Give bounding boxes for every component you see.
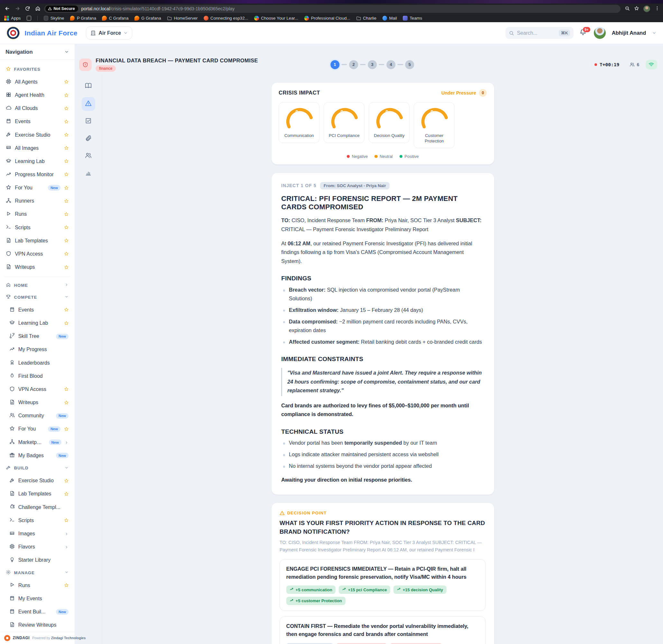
favorite-star-icon[interactable] bbox=[64, 237, 69, 245]
sidebar-item-community[interactable]: CommunityNew bbox=[3, 409, 71, 422]
brand-name[interactable]: Indian Air Force bbox=[25, 29, 78, 37]
notifications-button[interactable]: 9+ bbox=[579, 29, 588, 37]
user-menu-chevron-icon[interactable] bbox=[652, 29, 656, 37]
step-2[interactable]: 2 bbox=[349, 60, 358, 69]
bookmark-connecting-esp32[interactable]: Connecting esp32... bbox=[204, 16, 248, 21]
sidebar-item-progress-monitor[interactable]: Progress Monitor bbox=[3, 168, 71, 181]
url-bar[interactable]: Not Secure portal.ncr.local/crisis-simul… bbox=[44, 5, 621, 13]
favorite-star-icon[interactable] bbox=[64, 210, 69, 218]
favorite-star-icon[interactable] bbox=[64, 582, 69, 589]
sidebar-item-skill-tree[interactable]: Skill TreeNew bbox=[3, 330, 71, 343]
decision-option-1[interactable]: ENGAGE PCI FORENSICS IMMEDIATELY — Retai… bbox=[280, 559, 486, 611]
bookmark-item[interactable] bbox=[27, 16, 31, 21]
sidebar-section-compete[interactable]: COMPETE bbox=[3, 291, 71, 303]
sidebar-section-favorites[interactable]: FAVORITES bbox=[3, 63, 71, 75]
bookmark-c-grafana[interactable]: C Grafana bbox=[102, 16, 128, 21]
sidebar-item-for-you[interactable]: For YouNew bbox=[3, 181, 71, 194]
favorite-star-icon[interactable] bbox=[64, 306, 69, 314]
reload-button[interactable] bbox=[24, 5, 31, 13]
sidebar-item-marketplace[interactable]: MarketplaceNew bbox=[3, 436, 71, 449]
sidebar-section-home[interactable]: HOME bbox=[3, 279, 71, 291]
rail-participants-button[interactable] bbox=[82, 150, 95, 163]
sidebar-item-my-events[interactable]: My Events bbox=[3, 592, 71, 605]
sidebar-item-review-writeups[interactable]: Review Writeups bbox=[3, 618, 71, 631]
sidebar-item-runs[interactable]: Runs bbox=[3, 208, 71, 221]
sidebar-item-all-agents[interactable]: All Agents bbox=[3, 75, 71, 88]
chrome-menu-icon[interactable] bbox=[655, 5, 660, 13]
bookmark-homeserver[interactable]: HomeServer bbox=[167, 16, 198, 21]
favorite-star-icon[interactable] bbox=[64, 171, 69, 179]
favorite-star-icon[interactable] bbox=[64, 319, 69, 327]
sidebar-item-events[interactable]: Events bbox=[3, 303, 71, 316]
sidebar-item-lab-templates[interactable]: Lab Templates bbox=[3, 487, 71, 501]
favorite-star-icon[interactable] bbox=[64, 425, 69, 433]
decision-option-2[interactable]: CONTAIN FIRST — Remediate the vendor por… bbox=[280, 616, 486, 644]
sidebar-item-runners[interactable]: Runners bbox=[3, 194, 71, 208]
favorite-star-icon[interactable] bbox=[64, 105, 69, 112]
bookmark-star-icon[interactable] bbox=[634, 5, 639, 13]
bookmark-mail[interactable]: Mail bbox=[382, 16, 397, 21]
bookmark-g-grafana[interactable]: G Grafana bbox=[134, 16, 161, 21]
sidebar-item-starter-library[interactable]: Starter Library bbox=[3, 554, 71, 567]
zoom-icon[interactable] bbox=[625, 5, 630, 13]
favorite-star-icon[interactable] bbox=[64, 118, 69, 125]
home-button[interactable] bbox=[34, 5, 42, 13]
sidebar-item-vpn-access[interactable]: VPN Access bbox=[3, 383, 71, 396]
sidebar-item-leaderboards[interactable]: Leaderboards bbox=[3, 356, 71, 369]
sidebar-item-learning-lab[interactable]: Learning Lab bbox=[3, 317, 71, 330]
favorite-star-icon[interactable] bbox=[64, 158, 69, 165]
sidebar-nav-header[interactable]: Navigation bbox=[0, 44, 75, 60]
rail-attachments-button[interactable] bbox=[82, 132, 95, 146]
favorite-star-icon[interactable] bbox=[64, 386, 69, 393]
not-secure-badge[interactable]: Not Secure bbox=[45, 5, 78, 12]
sidebar-item-my-badges[interactable]: My BadgesNew bbox=[3, 449, 71, 462]
sidebar-item-all-images[interactable]: All Images bbox=[3, 141, 71, 155]
sidebar-item-lab-templates[interactable]: Lab Templates bbox=[3, 234, 71, 247]
user-name[interactable]: Abhijit Anand bbox=[612, 30, 646, 36]
step-5[interactable]: 5 bbox=[405, 60, 414, 69]
favorite-star-icon[interactable] bbox=[64, 399, 69, 407]
step-3[interactable]: 3 bbox=[368, 60, 377, 69]
forward-button[interactable] bbox=[14, 5, 21, 13]
rail-analytics-button[interactable] bbox=[82, 167, 95, 180]
sidebar-item-agent-health[interactable]: Agent Health bbox=[3, 88, 71, 101]
browser-profile-avatar[interactable] bbox=[643, 5, 650, 12]
sidebar-item-all-clouds[interactable]: All Clouds bbox=[3, 102, 71, 115]
bookmark-p-grafana[interactable]: P Grafana bbox=[70, 16, 96, 21]
sidebar-item-first-blood[interactable]: First Blood bbox=[3, 369, 71, 383]
sidebar-section-build[interactable]: BUILD bbox=[3, 462, 71, 474]
bookmark-skyline[interactable]: Skyline bbox=[44, 16, 64, 21]
favorite-star-icon[interactable] bbox=[64, 263, 69, 271]
step-4[interactable]: 4 bbox=[386, 60, 395, 69]
sidebar-item-event-buil[interactable]: Event Buil...New bbox=[3, 605, 71, 618]
sidebar-item-exercise-studio[interactable]: Exercise Studio bbox=[3, 128, 71, 141]
back-button[interactable] bbox=[3, 5, 11, 13]
favorite-star-icon[interactable] bbox=[64, 490, 69, 498]
bookmark-professional-cloud[interactable]: Professional Cloud... bbox=[304, 16, 350, 21]
rail-alerts-button[interactable] bbox=[82, 97, 95, 111]
favorite-star-icon[interactable] bbox=[64, 91, 69, 99]
bookmark-apps[interactable]: Apps bbox=[4, 16, 21, 21]
sidebar-item-scripts[interactable]: Scripts bbox=[3, 221, 71, 234]
sidebar-item-writeups[interactable]: Writeups bbox=[3, 260, 71, 274]
search-input[interactable]: Search... ⌘K bbox=[505, 27, 573, 39]
sidebar-item-learning-lab[interactable]: Learning Lab bbox=[3, 155, 71, 168]
org-selector[interactable]: Air Force bbox=[86, 26, 132, 40]
sidebar-item-exercise-studio[interactable]: Exercise Studio bbox=[3, 474, 71, 487]
sidebar-item-challenge-templ[interactable]: Challenge Templ... bbox=[3, 501, 71, 514]
sidebar-item-for-you[interactable]: For YouNew bbox=[3, 422, 71, 436]
sidebar-item-vpn-access[interactable]: VPN Access bbox=[3, 247, 71, 260]
sidebar-item-runs[interactable]: Runs bbox=[3, 579, 71, 592]
rail-tasks-button[interactable] bbox=[82, 115, 95, 128]
favorite-star-icon[interactable] bbox=[64, 184, 69, 192]
user-avatar[interactable] bbox=[594, 27, 606, 39]
sidebar-item-my-progress[interactable]: My Progress bbox=[3, 343, 71, 356]
favorite-star-icon[interactable] bbox=[64, 144, 69, 152]
step-1[interactable]: 1 bbox=[330, 60, 339, 69]
favorite-star-icon[interactable] bbox=[64, 477, 69, 485]
favorite-star-icon[interactable] bbox=[64, 78, 69, 86]
sidebar-item-images[interactable]: Images bbox=[3, 527, 71, 540]
favorite-star-icon[interactable] bbox=[64, 131, 69, 139]
sidebar-item-flavors[interactable]: Flavors bbox=[3, 540, 71, 553]
favorite-star-icon[interactable] bbox=[64, 517, 69, 524]
